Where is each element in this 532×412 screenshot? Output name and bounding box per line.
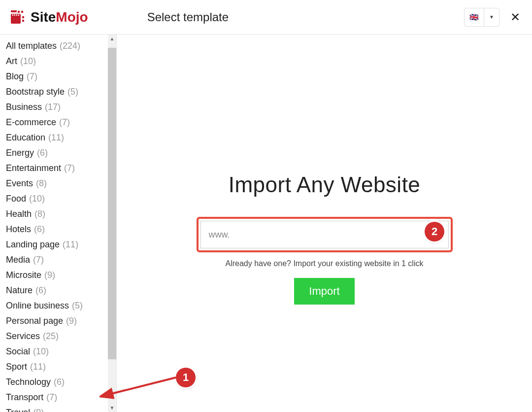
logo-text-accent: Mojo	[56, 9, 88, 25]
sidebar-item-label: Bootstrap style	[6, 85, 65, 99]
sidebar-item-education[interactable]: Education(11)	[0, 130, 108, 145]
annotation-badge-1: 1	[176, 368, 196, 387]
svg-rect-0	[11, 10, 17, 12]
import-heading: Import Any Website	[197, 172, 453, 197]
sidebar-item-health[interactable]: Health(8)	[0, 206, 108, 222]
sidebar-item-services[interactable]: Services(25)	[0, 329, 108, 344]
language-select[interactable]: 🇬🇧 ▼	[464, 8, 499, 27]
sidebar-item-label: Blog	[6, 70, 24, 83]
sidebar-item-label: Business	[6, 101, 42, 114]
sidebar-item-label: Social	[6, 345, 30, 358]
svg-rect-7	[18, 14, 19, 16]
sidebar-item-hotels[interactable]: Hotels(6)	[0, 222, 108, 237]
annotation-badge-2: 2	[425, 222, 444, 241]
close-icon: ✕	[510, 11, 520, 23]
sidebar-item-technology[interactable]: Technology(6)	[0, 375, 108, 390]
app-body: All templates(224)Art(10)Blog(7)Bootstra…	[0, 34, 532, 412]
sidebar-item-count: (224)	[60, 39, 80, 53]
sidebar-item-count: (11)	[63, 238, 78, 251]
sidebar-item-label: Entertainment	[6, 162, 61, 175]
sidebar-item-landing-page[interactable]: Landing page(11)	[0, 237, 108, 252]
sitemojo-clapper-icon	[10, 9, 26, 25]
sidebar-item-label: Services	[6, 330, 40, 343]
sidebar-item-count: (6)	[34, 223, 45, 236]
scroll-thumb[interactable]	[108, 48, 116, 359]
sidebar-item-label: Media	[6, 253, 30, 267]
sidebar-item-business[interactable]: Business(17)	[0, 100, 108, 115]
sidebar-item-label: Nature	[6, 284, 33, 297]
sidebar-item-sport[interactable]: Sport(11)	[0, 359, 108, 375]
sidebar-item-travel[interactable]: Travel(9)	[0, 405, 108, 412]
sidebar-item-label: Hotels	[6, 223, 31, 236]
sidebar-item-art[interactable]: Art(10)	[0, 54, 108, 69]
sidebar-item-label: Health	[6, 207, 32, 221]
sidebar-item-media[interactable]: Media(7)	[0, 252, 108, 268]
svg-rect-8	[22, 16, 24, 18]
sidebar-scrollbar[interactable]: ▲ ▼	[108, 34, 116, 412]
sidebar-item-count: (10)	[33, 345, 49, 358]
app-header: SiteMojo Select template 🇬🇧 ▼ ✕	[0, 0, 532, 34]
sidebar-item-count: (25)	[43, 330, 59, 343]
sidebar-item-microsite[interactable]: Microsite(9)	[0, 268, 108, 283]
sidebar-item-entertainment[interactable]: Entertainment(7)	[0, 161, 108, 176]
sidebar-item-count: (6)	[54, 376, 65, 389]
sidebar-item-count: (9)	[33, 406, 44, 412]
sidebar-item-count: (5)	[67, 85, 78, 99]
category-sidebar: All templates(224)Art(10)Blog(7)Bootstra…	[0, 34, 108, 412]
sidebar-item-personal-page[interactable]: Personal page(9)	[0, 313, 108, 329]
sidebar-item-label: E-commerce	[6, 116, 56, 129]
sidebar-item-blog[interactable]: Blog(7)	[0, 69, 108, 84]
sidebar-item-count: (8)	[36, 177, 47, 190]
sidebar-item-count: (6)	[35, 284, 46, 297]
svg-rect-9	[22, 20, 24, 22]
svg-rect-4	[12, 14, 13, 16]
website-url-input[interactable]	[208, 229, 441, 240]
sidebar-item-label: Landing page	[6, 238, 60, 251]
sidebar-item-food[interactable]: Food(10)	[0, 191, 108, 206]
app-logo: SiteMojo	[10, 9, 88, 25]
sidebar-item-events[interactable]: Events(8)	[0, 176, 108, 191]
sidebar-item-social[interactable]: Social(10)	[0, 344, 108, 359]
main-content: Import Any Website Already have one? Imp…	[117, 34, 532, 412]
sidebar-item-count: (10)	[29, 192, 45, 206]
sidebar-item-label: Energy	[6, 146, 34, 160]
sidebar-item-count: (7)	[27, 70, 37, 83]
sidebar-item-count: (9)	[44, 269, 55, 282]
sidebar-item-count: (6)	[37, 146, 48, 160]
sidebar-item-count: (11)	[48, 131, 64, 144]
sidebar-item-label: Food	[6, 192, 26, 206]
scroll-track[interactable]	[108, 43, 116, 404]
svg-line-10	[109, 378, 176, 394]
sidebar-item-label: Personal page	[6, 314, 63, 328]
sidebar-container: All templates(224)Art(10)Blog(7)Bootstra…	[0, 34, 117, 412]
close-button[interactable]: ✕	[508, 10, 522, 24]
sidebar-item-e-commerce[interactable]: E-commerce(7)	[0, 115, 108, 130]
logo-text-main: Site	[31, 9, 56, 25]
svg-rect-5	[14, 14, 15, 16]
url-input-highlight	[197, 217, 453, 252]
scroll-down-button[interactable]: ▼	[108, 404, 116, 412]
sidebar-item-label: Transport	[6, 391, 43, 404]
sidebar-item-label: Sport	[6, 360, 27, 374]
import-button[interactable]: Import	[294, 278, 354, 305]
sidebar-item-count: (8)	[34, 207, 45, 221]
sidebar-item-all-templates[interactable]: All templates(224)	[0, 38, 108, 54]
sidebar-item-label: All templates	[6, 39, 57, 53]
sidebar-item-bootstrap-style[interactable]: Bootstrap style(5)	[0, 84, 108, 100]
sidebar-item-count: (7)	[46, 391, 57, 404]
sidebar-item-transport[interactable]: Transport(7)	[0, 390, 108, 405]
sidebar-item-nature[interactable]: Nature(6)	[0, 283, 108, 298]
sidebar-item-count: (11)	[30, 360, 46, 374]
sidebar-item-online-business[interactable]: Online business(5)	[0, 298, 108, 313]
uk-flag-icon: 🇬🇧	[465, 8, 484, 26]
sidebar-item-count: (10)	[20, 55, 36, 68]
sidebar-item-energy[interactable]: Energy(6)	[0, 145, 108, 161]
sidebar-item-label: Events	[6, 177, 33, 190]
svg-rect-2	[21, 11, 23, 13]
scroll-up-button[interactable]: ▲	[108, 34, 116, 43]
import-help-text: Already have one? Import your existing w…	[197, 259, 453, 268]
svg-rect-6	[16, 14, 17, 16]
sidebar-item-count: (5)	[72, 299, 83, 312]
url-input-wrap	[200, 221, 449, 248]
chevron-down-icon: ▼	[484, 8, 499, 26]
